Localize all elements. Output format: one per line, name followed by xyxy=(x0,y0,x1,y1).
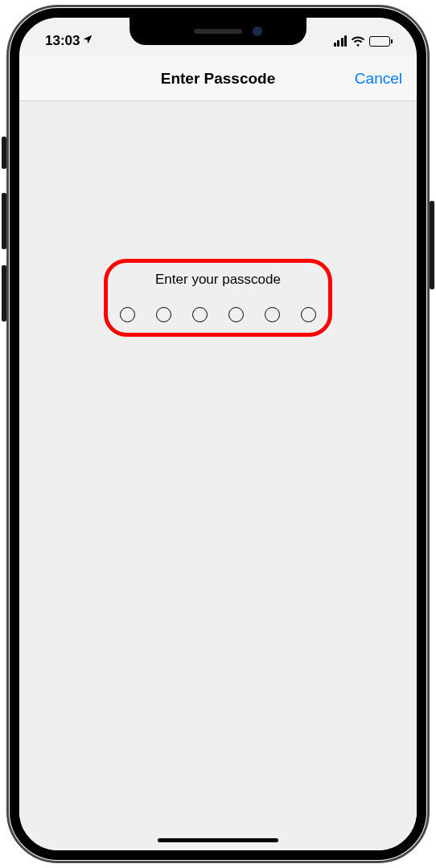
passcode-entry[interactable]: Enter your passcode xyxy=(120,272,316,322)
passcode-prompt: Enter your passcode xyxy=(155,272,281,288)
phone-silence-switch xyxy=(2,137,6,169)
cancel-button[interactable]: Cancel xyxy=(355,70,402,88)
phone-frame: 13:03 Enter Passcode Canc xyxy=(10,8,426,860)
passcode-digit-4[interactable] xyxy=(228,307,244,322)
passcode-dots[interactable] xyxy=(120,307,316,322)
phone-power-button xyxy=(430,201,434,289)
passcode-digit-1[interactable] xyxy=(120,307,135,322)
home-indicator[interactable] xyxy=(158,838,278,842)
battery-icon xyxy=(369,36,393,47)
status-right xyxy=(334,35,393,47)
passcode-digit-6[interactable] xyxy=(301,307,316,322)
passcode-digit-2[interactable] xyxy=(156,307,171,322)
phone-notch xyxy=(130,18,306,45)
status-time: 13:03 xyxy=(45,33,80,49)
wifi-icon xyxy=(351,35,365,47)
page-title: Enter Passcode xyxy=(161,70,276,88)
annotation-highlight xyxy=(104,259,332,337)
phone-speaker xyxy=(194,29,242,34)
main-content: Enter your passcode xyxy=(19,101,417,850)
phone-volume-up xyxy=(2,193,6,249)
phone-front-camera xyxy=(253,27,262,36)
passcode-digit-5[interactable] xyxy=(265,307,280,322)
passcode-digit-3[interactable] xyxy=(192,307,208,322)
status-left: 13:03 xyxy=(45,33,93,49)
screen: 13:03 Enter Passcode Canc xyxy=(19,18,417,850)
cellular-signal-icon xyxy=(334,35,348,47)
navigation-bar: Enter Passcode Cancel xyxy=(19,56,417,101)
location-services-icon xyxy=(82,33,93,49)
phone-volume-down xyxy=(2,265,6,321)
